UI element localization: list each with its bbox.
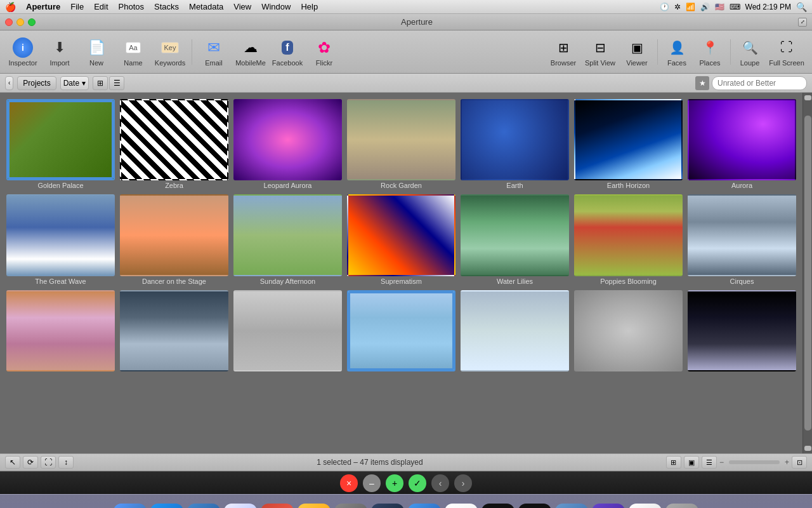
toolbar-mobileme-button[interactable]: ☁ MobileMe: [233, 34, 268, 70]
date-select[interactable]: Date ▾: [60, 76, 89, 90]
photo-thumb-water-lilies[interactable]: [461, 194, 569, 276]
next-button[interactable]: ›: [454, 474, 472, 492]
toolbar-facebook-button[interactable]: f Facebook: [270, 34, 305, 70]
photo-item-leopard-aurora[interactable]: Leopard Aurora: [233, 99, 342, 189]
menu-file[interactable]: File: [70, 2, 84, 11]
resize-button[interactable]: ⤢: [798, 18, 807, 27]
photo-item-snow-mountain[interactable]: [688, 290, 796, 373]
menu-help[interactable]: Help: [301, 2, 318, 11]
back-button[interactable]: ‹: [5, 76, 13, 90]
toolbar-name-button[interactable]: Aa Name: [115, 34, 151, 70]
toolbar-viewer-button[interactable]: ▣ Viewer: [620, 34, 653, 70]
toolbar-flickr-button[interactable]: ✿ Flickr: [306, 34, 342, 70]
photo-item-golden-palace[interactable]: Golden Palace: [6, 99, 115, 189]
pick-button[interactable]: +: [386, 474, 403, 492]
toolbar-fullscreen-button[interactable]: ⛶ Full Screen: [766, 34, 807, 70]
single-view-button[interactable]: ▣: [684, 456, 699, 469]
crop-tool[interactable]: ⛶: [41, 456, 56, 469]
photo-item-mountain[interactable]: [6, 290, 115, 373]
dock-icon-camera[interactable]: ◉: [518, 504, 551, 509]
photo-thumb-glacier[interactable]: [347, 290, 455, 371]
unrated-button[interactable]: –: [363, 474, 381, 492]
photo-thumb-sketch[interactable]: [233, 290, 342, 371]
toolbar-keywords-button[interactable]: Key Keywords: [152, 34, 188, 70]
menu-metadata[interactable]: Metadata: [189, 2, 223, 11]
photo-item-stones[interactable]: [574, 290, 683, 373]
photo-thumb-leopard-aurora[interactable]: [233, 99, 342, 180]
dock-icon-dvd[interactable]: 💿: [371, 504, 404, 509]
photo-thumb-rock-garden[interactable]: [347, 99, 455, 180]
toolbar-places-button[interactable]: 📍 Places: [693, 34, 726, 70]
photo-thumb-poppies[interactable]: [574, 194, 683, 276]
photo-item-glacier[interactable]: [347, 290, 455, 373]
menu-view[interactable]: View: [233, 2, 251, 11]
photo-item-dancer[interactable]: Dancer on the Stage: [120, 194, 228, 284]
dock-icon-finder2[interactable]: 🗂: [555, 504, 588, 509]
close-button[interactable]: [5, 18, 13, 26]
dock-icon-migration[interactable]: ⬡: [187, 504, 220, 509]
toolbar-loupe-button[interactable]: 🔍 Loupe: [735, 34, 765, 70]
search-input[interactable]: [712, 76, 807, 90]
dock-icon-terminal[interactable]: $>_: [481, 504, 514, 509]
photo-item-cirques[interactable]: Cirques: [688, 194, 796, 284]
photo-thumb-stones[interactable]: [574, 290, 683, 371]
dock-icon-chrome[interactable]: [445, 504, 478, 509]
photo-item-poppies[interactable]: Poppies Blooming: [574, 194, 683, 284]
straighten-tool[interactable]: ↕: [58, 456, 74, 469]
spotlight-icon[interactable]: 🔍: [796, 2, 807, 12]
toolbar-browser-button[interactable]: ⊞ Browser: [547, 34, 580, 70]
photo-thumb-earth[interactable]: [461, 99, 569, 180]
dock-icon-trash[interactable]: 🗑: [665, 504, 698, 509]
photo-thumb-sunday[interactable]: [233, 194, 342, 276]
rotate-tool[interactable]: ⟳: [23, 456, 38, 469]
prev-button[interactable]: ‹: [431, 474, 449, 492]
fit-button[interactable]: ⊡: [792, 456, 807, 469]
photo-thumb-great-wave[interactable]: [6, 194, 115, 276]
photo-thumb-suprematism[interactable]: [347, 194, 455, 276]
scroll-up-arrow[interactable]: [804, 95, 811, 100]
menu-stacks[interactable]: Stacks: [154, 2, 179, 11]
list-view-button[interactable]: ☰: [109, 76, 124, 90]
photo-item-sunday[interactable]: Sunday Afternoon: [233, 194, 342, 284]
minimize-button[interactable]: [16, 18, 24, 26]
photo-item-rock-garden[interactable]: Rock Garden: [347, 99, 455, 189]
confirm-button[interactable]: ✓: [409, 474, 426, 492]
photo-thumb-mist[interactable]: [461, 290, 569, 371]
photo-thumb-snow-mountain[interactable]: [688, 290, 796, 371]
photo-thumb-zebra[interactable]: [120, 99, 228, 180]
dock-icon-ios-sim[interactable]: A: [592, 504, 625, 509]
dock-icon-iphoto[interactable]: 🌴: [298, 504, 331, 509]
reject-button[interactable]: ×: [340, 474, 358, 492]
filmstrip-button[interactable]: ☰: [702, 456, 717, 469]
dock-icon-finder[interactable]: 😊: [114, 504, 147, 509]
photo-thumb-dancer[interactable]: [120, 194, 228, 276]
scroll-track[interactable]: [804, 116, 811, 431]
menu-aperture[interactable]: Aperture: [26, 2, 60, 11]
menu-edit[interactable]: Edit: [94, 2, 108, 11]
photo-item-suprematism[interactable]: Suprematism: [347, 194, 455, 284]
toolbar-faces-button[interactable]: 👤 Faces: [662, 34, 692, 70]
thumbnail-view-button[interactable]: ⊞: [666, 456, 681, 469]
scrollbar[interactable]: [802, 93, 812, 453]
dock-icon-textedit[interactable]: 📝: [629, 504, 662, 509]
dock-icon-appstore[interactable]: A: [150, 504, 183, 509]
scroll-down-arrow[interactable]: [804, 446, 811, 451]
dock-icon-photo-booth[interactable]: 📷: [261, 504, 294, 509]
photo-item-great-wave[interactable]: The Great Wave: [6, 194, 115, 284]
maximize-button[interactable]: [28, 18, 36, 26]
photo-item-pebbles-sea[interactable]: [120, 290, 228, 373]
search-filter-button[interactable]: ★: [695, 76, 709, 90]
photo-thumb-aurora[interactable]: [688, 99, 796, 180]
zoom-slider[interactable]: [729, 460, 780, 464]
toolbar-inspector-button[interactable]: i Inspector: [5, 34, 41, 70]
apple-menu[interactable]: 🍎: [5, 2, 16, 12]
dock-icon-mail[interactable]: ✉: [224, 504, 257, 509]
photo-item-water-lilies[interactable]: Water Lilies: [461, 194, 569, 284]
photo-item-sketch[interactable]: [233, 290, 342, 373]
photo-thumb-golden-palace[interactable]: [6, 99, 115, 180]
photo-thumb-pebbles-sea[interactable]: [120, 290, 228, 371]
photo-item-aurora[interactable]: Aurora: [688, 99, 796, 189]
photo-item-earth[interactable]: Earth: [461, 99, 569, 189]
grid-view-button[interactable]: ⊞: [93, 76, 108, 90]
photo-item-earth-horizon[interactable]: Earth Horizon: [574, 99, 683, 189]
